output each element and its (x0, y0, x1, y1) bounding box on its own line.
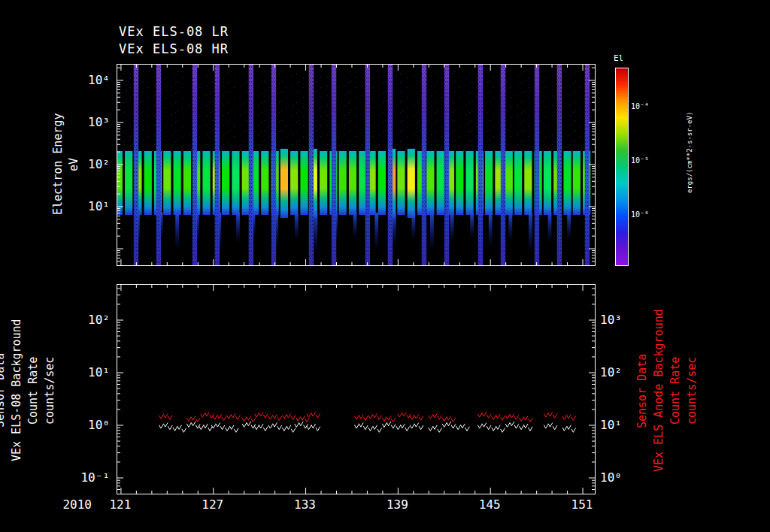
bottom-left-tick-label: 10² (74, 313, 110, 327)
colorbar-unit-text: ergs/(cm**2-s-sr-eV) (686, 77, 693, 228)
colorbar-tick-label: 10⁻⁶ (631, 210, 665, 219)
colorbar-tick-label: 10⁻⁴ (631, 102, 665, 110)
spectrogram-panel (117, 64, 596, 266)
left-axis-label-line: counts/sec (43, 295, 56, 486)
x-axis-year-label: 2010 (53, 497, 92, 512)
left-axis-label-line: Sensor Data (0, 295, 7, 486)
colorbar-tick-label: 10⁻⁵ (631, 156, 665, 165)
x-tick-label: 121 (104, 497, 137, 512)
lineplot-plot (117, 285, 595, 494)
top-y-tick-label: 10⁴ (74, 73, 110, 87)
x-tick-label: 139 (380, 497, 414, 512)
right-axis-label-line: counts/sec (685, 293, 699, 488)
bottom-left-axis-label: Sensor Data VEx ELS-08 Background Count … (0, 295, 56, 486)
left-axis-label-line: VEx ELS-08 Background (10, 295, 23, 486)
x-tick-label: 127 (196, 497, 229, 512)
colorbar-title: El (614, 53, 623, 63)
right-axis-label-line: Count Rate (668, 293, 682, 488)
colorbar (615, 68, 629, 266)
bottom-left-tick-label: 10⁰ (74, 418, 110, 432)
left-axis-label-line: Count Rate (26, 295, 40, 486)
panel-title-hr: VEx ELS-08 HR (119, 41, 229, 56)
x-tick-label: 145 (473, 497, 506, 512)
spectrogram-figure: VEx ELS-08 LR VEx ELS-08 HR Electron Ene… (0, 0, 770, 532)
bottom-left-tick-label: 10¹ (74, 365, 110, 379)
x-axis-tick-labels: 121127133139145151 (117, 497, 594, 512)
colorbar-unit-label: ergs/(cm**2-s-sr-eV) (686, 77, 693, 228)
bottom-left-tick-label: 10⁻¹ (74, 470, 110, 485)
top-y-tick-label: 10³ (74, 115, 110, 129)
right-axis-label-line: VEx ELS Anode Background (652, 293, 665, 488)
lineplot-panel (117, 284, 596, 494)
top-y-tick-label: 10¹ (74, 199, 110, 213)
x-tick-label: 151 (565, 497, 599, 512)
x-tick-label: 133 (289, 497, 322, 512)
right-axis-label-line: Sensor Data (635, 293, 649, 488)
spectrogram-plot (117, 65, 595, 265)
y-axis-label-line1: Electron Energy (51, 64, 65, 264)
top-y-tick-label: 10² (74, 157, 110, 171)
bottom-right-axis-label: Sensor Data VEx ELS Anode Background Cou… (635, 293, 699, 488)
panel-title-lr: VEx ELS-08 LR (119, 24, 229, 39)
